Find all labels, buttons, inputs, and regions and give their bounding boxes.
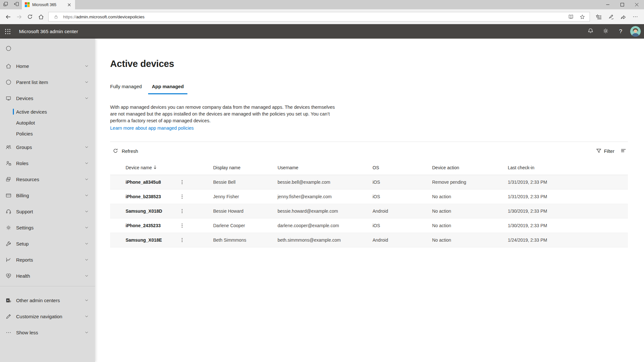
back-button[interactable] xyxy=(3,11,14,22)
chevron-down-icon[interactable] xyxy=(83,330,90,335)
user-avatar[interactable] xyxy=(630,26,641,37)
sidebar-item-home[interactable]: Home xyxy=(0,58,95,74)
chevron-down-icon[interactable] xyxy=(83,177,90,181)
app-launcher-button[interactable] xyxy=(0,24,15,39)
sidebar-item-active-devices[interactable]: Active devices xyxy=(0,106,95,117)
sidebar-item-autopilot[interactable]: Autopilot xyxy=(0,117,95,128)
refresh-button[interactable]: Refresh xyxy=(113,148,138,154)
column-header-device_action[interactable]: Device action xyxy=(415,165,490,170)
column-header-device_name[interactable]: Device name xyxy=(110,165,178,170)
more-options-button[interactable] xyxy=(629,11,641,22)
sidebar-divider xyxy=(0,286,95,286)
chevron-down-icon[interactable] xyxy=(83,64,90,68)
set-tabs-aside-button[interactable] xyxy=(11,0,22,9)
sidebar-item-setup[interactable]: Setup xyxy=(0,236,95,252)
device-table: Device nameDisplay nameUsernameOSDevice … xyxy=(110,160,628,247)
list-view-button[interactable] xyxy=(619,147,628,156)
sidebar-item-org-logo[interactable] xyxy=(0,39,95,58)
cell-username: bessie.bell@example.com xyxy=(260,180,355,185)
settings-button[interactable] xyxy=(598,24,613,39)
sidebar-item-label: Active devices xyxy=(16,109,95,115)
column-header-display_name[interactable]: Display name xyxy=(196,165,260,170)
column-header-label: Device action xyxy=(432,165,459,170)
tab-preview-button[interactable] xyxy=(0,0,11,9)
column-header-username[interactable]: Username xyxy=(260,165,355,170)
sidebar-item-support[interactable]: Support xyxy=(0,203,95,219)
sidebar-item-resources[interactable]: Resources xyxy=(0,171,95,187)
forward-button[interactable] xyxy=(14,11,24,22)
cell-last-checkin: 1/24/2019, 2:33 PM xyxy=(490,237,628,243)
sidebar-item-health[interactable]: Health xyxy=(0,268,95,284)
filter-button[interactable]: Filter xyxy=(596,148,614,154)
row-actions-kebab[interactable] xyxy=(178,179,187,185)
reading-view-icon[interactable] xyxy=(567,13,575,21)
table-row[interactable]: Samsung_X018DBessie Howardbessie.howard@… xyxy=(110,204,628,218)
column-header-label: Last check-in xyxy=(508,165,534,170)
chevron-down-icon[interactable] xyxy=(83,314,90,319)
sidebar-item-policies[interactable]: Policies xyxy=(0,128,95,139)
lock-icon[interactable] xyxy=(52,13,60,21)
chevron-down-icon[interactable] xyxy=(83,161,90,165)
row-actions-kebab[interactable] xyxy=(178,222,187,229)
sidebar-item-other-admin-centers[interactable]: AOther admin centers xyxy=(0,292,95,308)
share-button[interactable] xyxy=(617,11,629,22)
column-header-last_checkin[interactable]: Last check-in xyxy=(490,165,628,170)
favorites-hub-button[interactable] xyxy=(592,11,605,22)
ink-notes-button[interactable] xyxy=(605,11,617,22)
table-row[interactable]: iPhone_2435233Darlene Cooperdarlene.coop… xyxy=(110,218,628,233)
tab-close-icon[interactable] xyxy=(66,2,72,8)
chevron-down-icon[interactable] xyxy=(83,225,90,230)
cell-display-name: Jenny Fisher xyxy=(196,194,260,199)
url-path: admin.microsoft.com/devicepolicies xyxy=(76,14,145,19)
favorite-star-icon[interactable] xyxy=(578,13,586,21)
cell-device-action: Remove pending xyxy=(415,180,490,185)
row-actions-kebab[interactable] xyxy=(178,237,187,243)
sidebar-item-roles[interactable]: Roles xyxy=(0,155,95,171)
chevron-down-icon[interactable] xyxy=(83,96,90,100)
gear-icon xyxy=(602,28,609,35)
refresh-page-button[interactable] xyxy=(24,11,35,22)
learn-more-link[interactable]: Learn more about app managed policies xyxy=(110,125,194,131)
chevron-down-icon[interactable] xyxy=(83,145,90,149)
window-maximize-button[interactable] xyxy=(615,0,630,9)
row-actions-kebab[interactable] xyxy=(178,193,187,200)
sidebar-item-reports[interactable]: Reports xyxy=(0,252,95,268)
chevron-down-icon[interactable] xyxy=(83,241,90,246)
cell-device-name: iPhone_b238523 xyxy=(110,194,178,199)
chevron-down-icon[interactable] xyxy=(83,80,90,84)
chevron-down-icon[interactable] xyxy=(83,274,90,278)
sidebar-item-parent-list-item[interactable]: Parent list item xyxy=(0,74,95,90)
address-bar[interactable]: https://admin.microsoft.com/devicepolici… xyxy=(48,12,590,22)
column-header-label: Device name xyxy=(126,165,152,170)
help-button[interactable]: ? xyxy=(613,24,628,39)
sidebar-item-customize-navigation[interactable]: Customize navigation xyxy=(0,308,95,324)
notifications-button[interactable] xyxy=(583,24,598,39)
row-actions-kebab[interactable] xyxy=(178,208,187,214)
window-close-button[interactable] xyxy=(630,0,644,9)
sidebar-item-billing[interactable]: Billing xyxy=(0,187,95,203)
column-header-os[interactable]: OS xyxy=(355,165,415,170)
column-header-label: Username xyxy=(278,165,298,170)
tab-app-managed[interactable]: App managed xyxy=(148,84,187,94)
page-title: Active devices xyxy=(110,59,628,69)
home-button[interactable] xyxy=(35,11,46,22)
sidebar-item-groups[interactable]: Groups xyxy=(0,139,95,155)
chevron-down-icon[interactable] xyxy=(83,193,90,198)
sidebar-item-devices[interactable]: Devices xyxy=(0,90,95,106)
table-row[interactable]: iPhone_a8345u8Bessie Bellbessie.bell@exa… xyxy=(110,175,628,190)
chevron-down-icon[interactable] xyxy=(83,209,90,214)
cell-device-action: No action xyxy=(415,209,490,214)
cell-display-name: Beth Simmmons xyxy=(196,237,260,243)
sidebar-item-settings[interactable]: Settings xyxy=(0,219,95,236)
sidebar-item-show-less[interactable]: Show less xyxy=(0,324,95,340)
table-row[interactable]: Samsung_X018EBeth Simmmonsbeth.simmmons@… xyxy=(110,233,628,247)
window-minimize-button[interactable] xyxy=(601,0,615,9)
browser-tab[interactable]: Microsoft 365 xyxy=(22,0,75,9)
sidebar-item-label: Parent list item xyxy=(16,79,83,85)
table-row[interactable]: iPhone_b238523Jenny Fisherjenny.fisher@e… xyxy=(110,190,628,204)
cell-display-name: Bessie Howard xyxy=(196,209,260,214)
chevron-down-icon[interactable] xyxy=(83,257,90,262)
chevron-down-icon[interactable] xyxy=(83,298,90,302)
help-icon: ? xyxy=(619,28,622,35)
tab-fully-managed[interactable]: Fully managed xyxy=(107,84,145,94)
